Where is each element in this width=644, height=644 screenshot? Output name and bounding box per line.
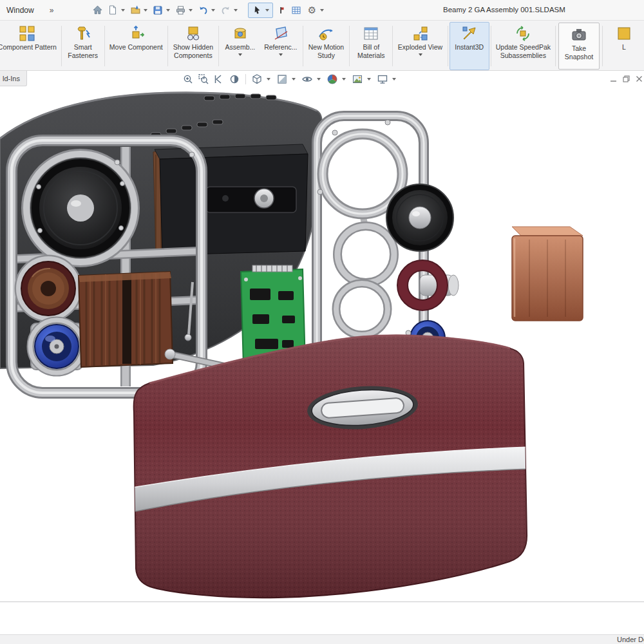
update-speedpak-icon xyxy=(515,25,531,42)
view-settings-dropdown-icon[interactable] xyxy=(392,78,396,80)
restore-icon[interactable] xyxy=(623,73,630,85)
open-icon[interactable] xyxy=(128,3,142,17)
toolbar-separator xyxy=(448,26,448,66)
display-style-icon[interactable] xyxy=(276,73,289,86)
tab-and-headsup-row: ld-Ins xyxy=(0,71,644,90)
new-motion-study-icon xyxy=(317,25,334,42)
reference-geometry-icon xyxy=(272,25,289,42)
cm-button-assembly-features[interactable]: Assemb... xyxy=(220,22,260,70)
previous-view-icon[interactable] xyxy=(213,73,225,86)
new-document-icon[interactable] xyxy=(106,3,120,17)
toolbar-separator xyxy=(392,26,393,66)
toolbar-separator xyxy=(245,74,246,84)
exploded-view-icon xyxy=(412,25,429,42)
command-manager: Component Pattern Smart Fasteners Move C… xyxy=(0,21,644,71)
snapshot-group: Take Snapshot xyxy=(558,23,600,70)
select-dropdown-icon[interactable] xyxy=(265,9,269,12)
cm-button-component-pattern[interactable]: Component Pattern xyxy=(0,22,60,70)
flag-icon[interactable] xyxy=(274,3,288,17)
move-component-icon xyxy=(128,25,144,42)
save-dropdown-icon[interactable] xyxy=(166,9,170,12)
gear-dropdown-icon[interactable] xyxy=(320,9,324,12)
close-icon[interactable] xyxy=(636,73,643,85)
reference-geometry-dropdown-icon[interactable] xyxy=(279,53,283,56)
toolbar-separator xyxy=(61,26,62,66)
view-orientation-icon[interactable] xyxy=(251,73,263,86)
exploded-view-dropdown-icon[interactable] xyxy=(419,53,422,56)
graphics-viewport[interactable] xyxy=(0,90,644,602)
exploded-assembly-model[interactable] xyxy=(0,90,644,602)
red-driver[interactable] xyxy=(21,261,75,316)
bill-of-materials-icon xyxy=(363,25,379,42)
amplifier-box[interactable] xyxy=(153,144,308,256)
view-settings-icon[interactable] xyxy=(376,73,389,86)
toolbar-separator xyxy=(349,26,350,66)
print-icon[interactable] xyxy=(173,3,187,17)
copper-box[interactable] xyxy=(512,227,583,321)
cm-button-bill-of-materials[interactable]: Bill of Materials xyxy=(351,22,391,70)
cm-button-reference-geometry[interactable]: Referenc... xyxy=(260,22,301,70)
edit-appearance-icon[interactable] xyxy=(326,73,339,86)
magnet-cylinder[interactable] xyxy=(397,260,459,310)
cm-button-smart-fasteners[interactable]: Smart Fasteners xyxy=(63,22,103,70)
bottom-gap xyxy=(0,602,644,634)
zoom-to-fit-icon[interactable] xyxy=(182,73,194,86)
toolbar-separator xyxy=(491,26,491,66)
edit-appearance-dropdown-icon[interactable] xyxy=(342,78,346,80)
show-hidden-components-icon xyxy=(185,25,202,42)
take-snapshot-icon xyxy=(571,26,587,43)
menu-overflow-chevron[interactable]: » xyxy=(50,6,54,15)
undo-dropdown-icon[interactable] xyxy=(211,9,215,12)
zoom-area-icon[interactable] xyxy=(197,73,210,86)
assembly-state-text: Under Defined xyxy=(617,636,644,643)
cm-button-instant3d[interactable]: Instant3D xyxy=(450,22,489,70)
cm-button-clipped-right[interactable]: L xyxy=(604,22,644,70)
mid-speaker[interactable] xyxy=(386,184,453,251)
cm-button-move-component[interactable]: Move Component xyxy=(106,22,166,70)
toolbar-separator xyxy=(167,26,168,66)
grid-icon[interactable] xyxy=(289,3,303,17)
blue-speaker-1[interactable] xyxy=(35,325,79,368)
new-document-dropdown-icon[interactable] xyxy=(121,9,125,12)
cm-button-update-speedpak[interactable]: Update SpeedPak Subassemblies xyxy=(493,22,554,70)
toolbar-separator xyxy=(602,26,603,66)
cm-button-take-snapshot[interactable]: Take Snapshot xyxy=(559,23,599,69)
menu-window[interactable]: Window xyxy=(0,6,41,15)
minimize-icon[interactable] xyxy=(610,73,617,85)
woofer-speaker[interactable] xyxy=(31,158,130,258)
hide-show-items-icon[interactable] xyxy=(301,73,314,86)
home-icon[interactable] xyxy=(90,3,104,17)
assembly-features-dropdown-icon[interactable] xyxy=(238,53,242,56)
heads-up-view-toolbar xyxy=(182,73,399,86)
open-dropdown-icon[interactable] xyxy=(144,9,147,12)
hide-show-items-dropdown-icon[interactable] xyxy=(317,78,321,80)
select-tool-active xyxy=(248,3,273,18)
undo-icon[interactable] xyxy=(196,3,210,17)
assembly-features-icon xyxy=(232,25,249,42)
instant3d-icon xyxy=(461,25,478,42)
tab-add-ins[interactable]: ld-Ins xyxy=(0,71,27,86)
menu-bar: Window » xyxy=(0,0,644,21)
redo-icon[interactable] xyxy=(218,3,232,17)
apply-scene-dropdown-icon[interactable] xyxy=(367,78,371,80)
toolbar-separator xyxy=(218,26,219,66)
redo-dropdown-icon[interactable] xyxy=(234,9,238,12)
cm-button-show-hidden-components[interactable]: Show Hidden Components xyxy=(169,22,217,70)
clipped-right-icon xyxy=(616,25,632,42)
transformer-block[interactable] xyxy=(79,272,173,367)
gear-icon[interactable]: ⚙ xyxy=(305,3,319,17)
cm-button-new-motion-study[interactable]: New Motion Study xyxy=(305,22,348,70)
document-title: Beamy 2 GA Assembly 001.SLDASM xyxy=(443,6,565,14)
smart-fasteners-icon xyxy=(75,25,91,42)
solidworks-window: Window » xyxy=(0,0,644,644)
select-cursor-icon[interactable] xyxy=(250,3,264,17)
apply-scene-icon[interactable] xyxy=(351,73,364,86)
cm-button-exploded-view[interactable]: Exploded View xyxy=(394,22,446,70)
display-style-dropdown-icon[interactable] xyxy=(292,78,296,80)
toolbar-separator xyxy=(104,26,105,66)
print-dropdown-icon[interactable] xyxy=(189,9,193,12)
front-cover[interactable] xyxy=(129,336,531,598)
save-icon[interactable] xyxy=(151,3,165,17)
section-view-icon[interactable] xyxy=(228,73,241,86)
view-orientation-dropdown-icon[interactable] xyxy=(267,78,270,80)
